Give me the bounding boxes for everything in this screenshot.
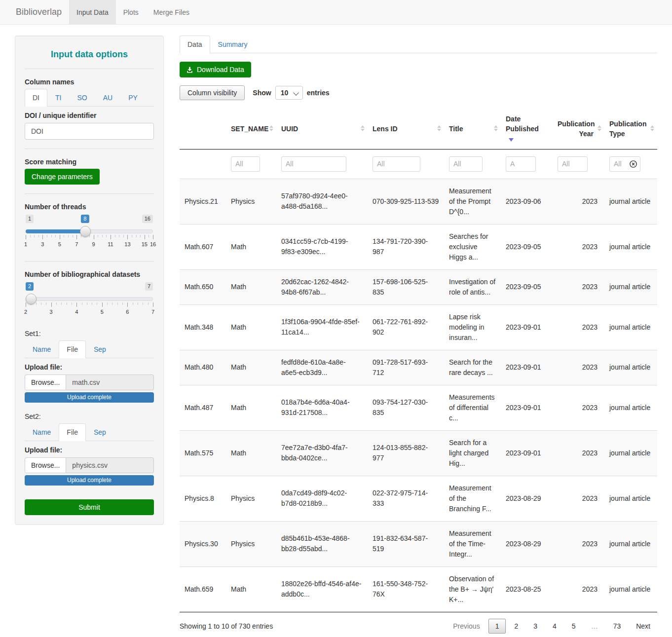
column-tab-au[interactable]: AU <box>95 89 120 107</box>
navbar: Biblioverlap Input DataPlotsMerge Files <box>0 0 672 25</box>
column-tab-ti[interactable]: TI <box>47 89 69 107</box>
column-filter-input-lens-id[interactable] <box>373 156 420 172</box>
pagination-previous[interactable]: Previous <box>446 619 486 634</box>
datasets-slider-label: Number of bibliographical datasets <box>25 270 154 278</box>
table-cell: journal article <box>604 304 657 350</box>
set1-browse-button[interactable]: Browse... <box>25 375 66 390</box>
filter-cell <box>276 149 368 179</box>
threads-slider[interactable]: 11681357911131516 <box>26 226 153 252</box>
column-filter-input-set-name[interactable] <box>231 156 260 172</box>
set2-filename[interactable]: physics.csv <box>66 457 154 473</box>
set1-tab-file[interactable]: File <box>59 340 86 358</box>
table-cell: Physics <box>226 179 276 224</box>
filter-cell <box>444 149 501 179</box>
set1-tabs: NameFileSep <box>25 340 154 358</box>
column-header-publication-type[interactable]: Publication Type <box>604 109 657 149</box>
table-cell: fedfd8de-610a-4a8e-a6e5-ecb3d9... <box>276 350 368 385</box>
column-header-title[interactable]: Title <box>444 109 501 149</box>
column-filter-input-title[interactable] <box>449 156 483 172</box>
column-header-lens-id[interactable]: Lens ID <box>368 109 444 149</box>
divider <box>25 193 154 194</box>
submit-button[interactable]: Submit <box>25 499 154 515</box>
column-filter-input-uuid[interactable] <box>281 156 346 172</box>
slider-tick <box>61 302 62 305</box>
download-data-button[interactable]: Download Data <box>180 62 251 77</box>
slider-tick <box>82 302 82 305</box>
set1-filename[interactable]: math.csv <box>66 375 154 390</box>
table-row[interactable]: Physics.21Physics57af9780-d924-4ee0-a488… <box>180 179 657 224</box>
column-header-set-name[interactable]: SET_NAME <box>226 109 276 149</box>
table-row[interactable]: Math.659Math18802e26-bffd-4546-af4e-addb… <box>180 566 657 612</box>
table-cell: 2023 <box>553 476 604 521</box>
set1-tab-name[interactable]: Name <box>25 340 59 358</box>
column-tab-so[interactable]: SO <box>69 89 95 107</box>
set2-file-input: Browse... physics.csv <box>25 457 154 473</box>
divider <box>25 69 154 69</box>
slider-tick <box>140 235 141 237</box>
set1-tab-sep[interactable]: Sep <box>86 340 114 358</box>
doi-input[interactable] <box>25 123 154 140</box>
column-tab-di[interactable]: DI <box>25 89 47 107</box>
slider-track[interactable] <box>26 297 153 301</box>
doi-field-label: DOI / unique identifier <box>25 112 154 119</box>
datasets-slider[interactable]: 272234567 <box>26 294 153 320</box>
table-cell: 0341cc59-c7cb-4199-9f83-e309ec... <box>276 224 368 269</box>
table-cell: Physics.30 <box>180 521 226 566</box>
pagination-next[interactable]: Next <box>629 619 657 634</box>
table-row[interactable]: Math.480Mathfedfd8de-610a-4a8e-a6e5-ecb3… <box>180 350 657 385</box>
navbar-tab-merge-files[interactable]: Merge Files <box>146 0 197 24</box>
column-tab-py[interactable]: PY <box>120 89 146 107</box>
slider-tick <box>34 235 35 237</box>
column-filter-input-date-published[interactable] <box>506 156 536 172</box>
table-row[interactable]: Math.650Math20d62cac-1262-4842-94b8-6f67… <box>180 269 657 304</box>
slider-tick-label: 15 <box>142 241 148 247</box>
main-tab-summary[interactable]: Summary <box>210 36 256 53</box>
slider-tick <box>127 235 128 239</box>
slider-tick <box>38 235 39 237</box>
threads-slider-label: Number of threads <box>25 203 154 211</box>
change-parameters-button[interactable]: Change parameters <box>25 169 100 185</box>
pagination-page-73[interactable]: 73 <box>606 619 628 634</box>
table-row[interactable]: Physics.8Physics0da7cd49-d8f9-4c02-b7d8-… <box>180 476 657 521</box>
slider-tick <box>41 302 41 305</box>
score-matching-label: Score matching <box>25 158 154 166</box>
table-cell: 070-309-925-113-539 <box>368 179 444 224</box>
pagination-page-4[interactable]: 4 <box>546 619 563 634</box>
column-filter-input-publication-year[interactable] <box>558 156 588 172</box>
set2-browse-button[interactable]: Browse... <box>25 457 66 473</box>
table-row[interactable]: Math.607Math0341cc59-c7cb-4199-9f83-e309… <box>180 224 657 269</box>
table-cell: journal article <box>604 566 657 612</box>
set2-tab-name[interactable]: Name <box>25 423 59 441</box>
table-cell: 124-013-855-882-977 <box>368 430 444 476</box>
table-cell: journal article <box>604 430 657 476</box>
navbar-tab-plots[interactable]: Plots <box>116 0 146 24</box>
clear-filter-icon[interactable] <box>629 160 637 168</box>
slider-handle[interactable] <box>26 294 37 304</box>
column-header-uuid[interactable]: UUID <box>276 109 368 149</box>
slider-handle[interactable] <box>80 226 91 237</box>
slider-tick <box>60 235 60 239</box>
table-cell: Physics.21 <box>180 179 226 224</box>
pagination-page-5[interactable]: 5 <box>565 619 583 634</box>
set2-tab-sep[interactable]: Sep <box>86 423 114 441</box>
set2-tab-file[interactable]: File <box>59 423 86 441</box>
set1-file-input: Browse... math.csv <box>25 375 154 390</box>
table-cell: 2023 <box>553 521 604 566</box>
slider-tick <box>132 235 132 237</box>
column-header-date-published[interactable]: Date Published <box>501 109 553 149</box>
table-cell: 091-728-517-693-712 <box>368 350 444 385</box>
column-header-publication-year[interactable]: Publication Year <box>553 109 604 149</box>
slider-tick <box>153 302 153 307</box>
table-row[interactable]: Math.487Math018a7b4e-6d6a-40a4-931d-2175… <box>180 385 657 430</box>
table-row[interactable]: Math.575Math7ee72a7e-d3b0-4fa7-bbda-0402… <box>180 430 657 476</box>
column-visibility-button[interactable]: Column visibility <box>180 85 245 100</box>
table-row[interactable]: Physics.30Physicsd85b461b-453e-4868-bb28… <box>180 521 657 566</box>
pagination-page-3[interactable]: 3 <box>526 619 544 634</box>
page-length-select[interactable]: 10 <box>275 86 303 100</box>
slider-tick <box>42 235 43 239</box>
pagination-page-1[interactable]: 1 <box>488 619 506 634</box>
pagination-page-2[interactable]: 2 <box>507 619 525 634</box>
table-row[interactable]: Math.348Math1f3f106a-9904-4fde-85ef-11ca… <box>180 304 657 350</box>
navbar-tab-input-data[interactable]: Input Data <box>69 0 116 24</box>
main-tab-data[interactable]: Data <box>180 36 210 53</box>
